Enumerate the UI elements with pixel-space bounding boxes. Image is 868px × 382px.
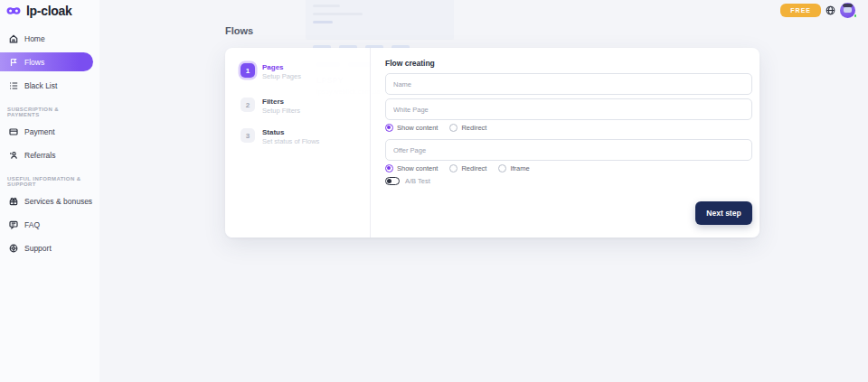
sidebar-item-services[interactable]: Services & bonuses — [0, 192, 99, 210]
step-status[interactable]: 3 Status Set status of Flows — [241, 128, 319, 146]
ab-test-label: A/B Test — [405, 177, 430, 185]
offer-page-input[interactable] — [385, 139, 752, 161]
sidebar-item-label: Support — [24, 244, 52, 253]
step-pages[interactable]: 1 Pages Setup Pages — [241, 63, 301, 81]
radio-unselected-icon — [498, 164, 506, 172]
background-table-header — [306, 0, 454, 40]
home-icon — [8, 34, 18, 44]
gift-icon — [8, 197, 18, 207]
radio-unselected-icon — [449, 164, 458, 172]
referrals-people-icon — [8, 151, 18, 161]
sidebar-item-support[interactable]: Support — [0, 239, 99, 257]
white-page-input[interactable] — [385, 98, 752, 120]
step-label: Pages — [262, 63, 301, 72]
ab-test-toggle-row: A/B Test — [385, 177, 430, 185]
step-number-badge: 2 — [241, 98, 255, 112]
next-step-button[interactable]: Next step — [695, 201, 752, 225]
avatar-graphic — [843, 4, 853, 7]
step-label: Status — [262, 128, 319, 137]
step-sublabel: Setup Pages — [262, 72, 301, 81]
sidebar-item-flows[interactable]: Flows — [0, 52, 93, 71]
brand-name: lp-cloak — [26, 4, 72, 18]
page-title: Flows — [225, 25, 253, 36]
sidebar-item-label: Referrals — [24, 151, 55, 160]
online-status-dot — [854, 14, 858, 18]
radio-show-content[interactable]: Show content — [385, 124, 438, 132]
sidebar-item-referrals[interactable]: Referrals — [0, 146, 99, 164]
modal-divider — [370, 48, 371, 238]
sidebar-item-label: Flows — [24, 58, 44, 67]
step-filters[interactable]: 2 Filters Setup Filters — [241, 98, 300, 116]
chat-icon — [8, 220, 18, 230]
topbar: FREE — [780, 0, 868, 20]
offer-page-mode-radios: Show content Redirect Iframe — [385, 164, 530, 172]
brand-logo: lp-cloak — [0, 0, 99, 18]
credit-card-icon — [8, 127, 18, 137]
lifebuoy-icon — [8, 244, 18, 254]
sidebar-item-home[interactable]: Home — [0, 30, 99, 48]
modal-title: Flow creating — [385, 59, 435, 68]
sidebar-item-label: Home — [24, 34, 45, 43]
step-number-badge: 1 — [241, 63, 255, 78]
list-icon — [8, 81, 18, 91]
language-globe-icon[interactable] — [826, 5, 835, 15]
sidebar: lp-cloak Home Flows Black List SUBSCRIPT… — [0, 0, 99, 382]
sidebar-item-black-list[interactable]: Black List — [0, 77, 99, 95]
ab-test-toggle[interactable] — [385, 177, 400, 185]
sidebar-section-header: SUBSCRIPTION & PAYMENTS — [7, 107, 96, 117]
sidebar-item-label: FAQ — [24, 220, 40, 229]
radio-selected-icon — [385, 164, 393, 172]
radio-selected-icon — [385, 124, 393, 132]
flow-creating-modal: 1 Pages Setup Pages 2 Filters Setup Filt… — [225, 48, 760, 238]
step-sublabel: Set status of Flows — [262, 137, 319, 146]
step-sublabel: Setup Filters — [262, 107, 300, 116]
radio-iframe[interactable]: Iframe — [498, 164, 529, 172]
sidebar-item-label: Services & bonuses — [24, 197, 92, 206]
avatar-graphic — [844, 7, 852, 13]
sidebar-item-label: Payment — [24, 127, 55, 136]
sidebar-item-label: Black List — [24, 81, 57, 90]
mask-logo-icon — [5, 5, 22, 16]
step-number-badge: 3 — [241, 128, 255, 143]
radio-redirect[interactable]: Redirect — [449, 164, 486, 172]
plan-badge-button[interactable]: FREE — [780, 4, 821, 17]
radio-unselected-icon — [449, 124, 458, 132]
sidebar-section-header: USEFUL INFORMATION & SUPPORT — [7, 176, 96, 187]
name-input[interactable] — [385, 73, 752, 95]
radio-redirect[interactable]: Redirect — [449, 124, 486, 132]
step-label: Filters — [262, 98, 300, 107]
app-root: lp-cloak Home Flows Black List SUBSCRIPT… — [0, 0, 868, 382]
white-page-mode-radios: Show content Redirect — [385, 124, 486, 132]
sidebar-item-faq[interactable]: FAQ — [0, 216, 99, 234]
sidebar-item-payment[interactable]: Payment — [0, 123, 99, 141]
flows-icon — [8, 57, 18, 67]
radio-show-content[interactable]: Show content — [385, 164, 438, 172]
